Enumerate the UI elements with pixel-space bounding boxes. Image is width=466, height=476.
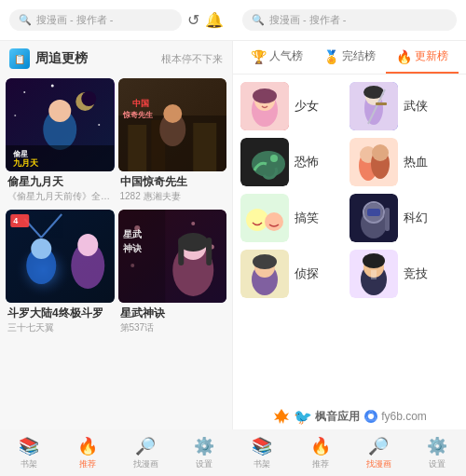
tabs: 🏆 人气榜 🏅 完结榜 🔥 更新榜	[233, 41, 466, 75]
find-icon: 🔎	[135, 436, 156, 456]
nav-settings-right[interactable]: ⚙️ 设置	[408, 429, 467, 476]
section-header: 📋 周追更榜 根本停不下来	[0, 41, 232, 75]
comic-card-2[interactable]: 中国 惊奇先生 中国惊奇先生 1282 惠湘夫妻	[118, 78, 227, 206]
svg-point-92	[368, 414, 374, 419]
comic-card-1[interactable]: 偷星 九月天 偷星九月天 《偷星九月天前传》全新启航	[6, 78, 115, 206]
genre-row-3: 搞笑	[240, 192, 459, 244]
genre-label-scifi: 科幻	[404, 210, 428, 226]
svg-rect-89	[371, 270, 377, 279]
genre-item-sports[interactable]: 竞技	[350, 248, 459, 300]
comic-card-3[interactable]: 4 斗罗大陆4终极斗罗 三十七天翼	[6, 210, 115, 337]
right-search-placeholder: 搜漫画 - 搜作者 -	[269, 13, 347, 27]
nav-settings-left[interactable]: ⚙️ 设置	[175, 429, 234, 476]
section-title: 周追更榜	[35, 50, 88, 67]
svg-rect-37	[118, 210, 165, 303]
svg-point-48	[253, 88, 277, 103]
left-search-placeholder: 搜漫画 - 搜作者 -	[36, 13, 114, 27]
svg-marker-90	[274, 409, 289, 424]
refresh-icon[interactable]: ↺	[187, 11, 199, 29]
svg-point-34	[191, 222, 195, 225]
genre-img-funny	[240, 194, 289, 242]
nav-find-label: 找漫画	[133, 458, 158, 470]
nav-recommend-right[interactable]: 🔥 推荐	[292, 429, 350, 476]
tab-completed[interactable]: 🏅 完结榜	[313, 41, 386, 74]
genre-row-4: 侦探 竞技	[240, 248, 459, 300]
left-search-box[interactable]: 🔍 搜漫画 - 搜作者 -	[9, 9, 182, 31]
svg-text:神诀: 神诀	[122, 243, 143, 253]
genre-item-martial[interactable]: 武侠	[350, 80, 459, 132]
tab-updated[interactable]: 🔥 更新榜	[386, 41, 459, 74]
comic-thumb-svg-2: 中国 惊奇先生	[118, 78, 227, 171]
svg-text:偷星: 偷星	[12, 150, 29, 158]
comic-title-1: 偷星九月天	[7, 174, 113, 190]
svg-point-1	[23, 91, 25, 93]
nav-find-right[interactable]: 🔎 找漫画	[350, 429, 408, 476]
watermark-url-area: fy6b.com	[363, 409, 427, 424]
search-icon-right: 🔍	[252, 14, 265, 26]
svg-point-25	[31, 238, 51, 259]
svg-rect-78	[385, 208, 390, 231]
watermark-url: fy6b.com	[381, 410, 427, 423]
completed-icon: 🏅	[323, 49, 339, 64]
nav-find-left[interactable]: 🔎 找漫画	[116, 429, 175, 476]
svg-point-58	[252, 151, 285, 177]
nav-settings-label-right: 设置	[429, 458, 445, 470]
genre-item-horror[interactable]: 恐怖	[240, 136, 350, 188]
maple-icon	[272, 407, 291, 426]
nav-bookshelf-left[interactable]: 📚 书架	[0, 429, 59, 476]
right-search-box[interactable]: 🔍 搜漫画 - 搜作者 -	[242, 9, 457, 31]
comic-info-1: 偷星九月天 《偷星九月天前传》全新启航	[6, 171, 115, 206]
nav-recommend-label: 推荐	[79, 458, 96, 470]
bookshelf-icon-right: 📚	[252, 436, 272, 456]
top-bar-right: 🔍 搜漫画 - 搜作者 -	[233, 0, 466, 40]
svg-text:九月天: 九月天	[12, 158, 39, 168]
svg-point-5	[98, 124, 100, 126]
find-icon-right: 🔎	[368, 436, 389, 456]
svg-point-82	[253, 254, 277, 269]
genre-item-hot[interactable]: 热血	[350, 136, 459, 188]
genre-img-horror	[240, 138, 289, 186]
genre-section: 少女 武	[233, 75, 466, 403]
svg-text:4: 4	[13, 216, 18, 225]
genre-item-funny[interactable]: 搞笑	[240, 192, 350, 244]
svg-point-65	[372, 144, 389, 161]
genre-item-scifi[interactable]: 科幻	[350, 192, 459, 244]
tab-popular-label: 人气榜	[269, 48, 303, 64]
svg-point-4	[14, 115, 16, 116]
genre-img-girl	[240, 82, 289, 130]
top-bar-left: 🔍 搜漫画 - 搜作者 - ↺ 🔔	[0, 0, 233, 40]
nav-recommend-left[interactable]: 🔥 推荐	[59, 429, 117, 476]
bottom-nav: 📚 书架 🔥 推荐 🔎 找漫画 ⚙️ 设置 📚 书架 🔥 推荐 🔎 找漫画	[0, 429, 466, 476]
svg-text:惊奇先生: 惊奇先生	[122, 110, 153, 119]
genre-label-hot: 热血	[404, 154, 428, 170]
comic-card-4[interactable]: 星武 神诀 星武神诀 第537话	[118, 210, 227, 337]
comic-info-2: 中国惊奇先生 1282 惠湘夫妻	[118, 171, 227, 206]
nav-recommend-label-right: 推荐	[312, 458, 329, 470]
main-content: 📋 周追更榜 根本停不下来	[0, 41, 466, 429]
svg-point-88	[363, 253, 385, 268]
recommend-icon-right: 🔥	[310, 436, 331, 456]
genre-label-funny: 搞笑	[295, 210, 319, 226]
watermark: 🐦 枫音应用 fy6b.com	[233, 403, 466, 429]
recommend-icon: 🔥	[77, 436, 98, 456]
svg-rect-17	[193, 123, 216, 171]
comic-title-4: 星武神诀	[120, 306, 226, 321]
tab-completed-label: 完结榜	[342, 48, 376, 64]
bell-icon[interactable]: 🔔	[205, 11, 224, 29]
comic-grid: 偷星 九月天 偷星九月天 《偷星九月天前传》全新启航	[0, 75, 232, 341]
tab-popular[interactable]: 🏆 人气榜	[240, 41, 313, 74]
genre-label-detective: 侦探	[295, 265, 319, 282]
comic-thumb-2: 中国 惊奇先生	[118, 78, 227, 171]
updated-icon: 🔥	[396, 49, 412, 64]
comic-desc-2: 1282 惠湘夫妻	[120, 190, 226, 203]
genre-item-detective[interactable]: 侦探	[240, 248, 350, 300]
svg-rect-43	[178, 238, 184, 265]
svg-point-2	[51, 85, 54, 88]
comic-desc-4: 第537话	[120, 321, 226, 334]
nav-bookshelf-right[interactable]: 📚 书架	[233, 429, 292, 476]
genre-img-sports	[350, 250, 398, 298]
watermark-app-label: 枫音应用	[315, 409, 360, 425]
svg-rect-15	[128, 125, 146, 171]
chrome-icon	[363, 409, 378, 424]
genre-item-girl[interactable]: 少女	[240, 80, 350, 132]
